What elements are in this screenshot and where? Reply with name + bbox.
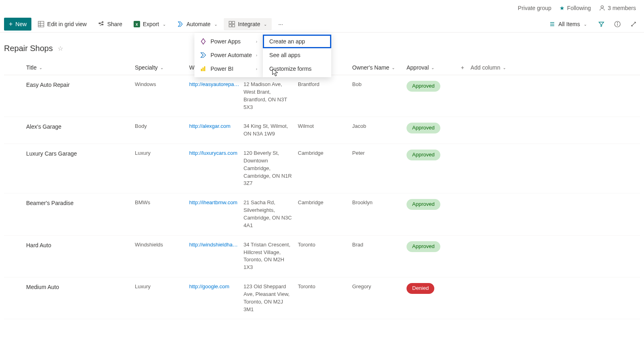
grid-icon (38, 21, 44, 27)
automate-button[interactable]: Automate⌄ (172, 18, 222, 30)
cell-title: Medium Auto (26, 283, 135, 291)
svg-rect-1 (38, 21, 44, 27)
table-row[interactable]: Luxury Cars GarageLuxuryhttp://luxurycar… (4, 144, 640, 193)
power-automate-icon (200, 52, 206, 58)
filter-button[interactable] (595, 18, 608, 31)
edit-grid-button[interactable]: Edit in grid view (33, 18, 91, 30)
table-row[interactable]: Beamer's ParadiseBMWshttp://iheartbmw.co… (4, 193, 640, 235)
chevron-down-icon: ⌄ (431, 66, 434, 70)
cell-title: Easy Auto Repair (26, 81, 135, 89)
cell-title: Luxury Cars Garage (26, 150, 135, 158)
export-button[interactable]: x Export⌄ (129, 18, 171, 30)
private-group-label: Private group (518, 5, 551, 11)
list-title: Repair Shops (4, 44, 53, 53)
website-link[interactable]: http://luxurycars.com (189, 150, 239, 157)
cell-address: 12 Madison Ave, West Brant, Brantford, O… (244, 81, 298, 111)
expand-icon (630, 21, 637, 27)
chevron-down-icon: ⌄ (163, 22, 166, 27)
expand-button[interactable] (627, 18, 640, 31)
menu-item-power-bi[interactable]: Power BI› (194, 62, 263, 76)
cell-website: http://iheartbmw.com (189, 199, 244, 207)
plus-icon: + (461, 64, 464, 71)
cell-address: 34 King St, Wilmot, ON N3A 1W9 (244, 123, 298, 138)
cell-approval: Approved (407, 150, 461, 160)
chevron-down-icon: ⌄ (39, 66, 42, 70)
approval-badge: Approved (407, 241, 440, 252)
view-selector[interactable]: All Items⌄ (544, 18, 592, 30)
col-approval[interactable]: Approval⌄ (407, 64, 461, 71)
share-button[interactable]: Share (93, 18, 127, 30)
cell-title: Alex's Garage (26, 123, 135, 131)
more-button[interactable]: ··· (273, 18, 288, 30)
share-icon (98, 21, 104, 27)
page-header-meta: Private group ★Following 3 members (0, 0, 644, 16)
svg-point-5 (102, 22, 103, 23)
col-title[interactable]: Title⌄ (26, 64, 135, 71)
cell-address: 120 Beverly St, Downtown Cambridge, Camb… (244, 150, 298, 187)
cell-owner: Peter (352, 150, 407, 157)
table-row[interactable]: Alex's GarageBodyhttp://alexgar.com34 Ki… (4, 117, 640, 144)
cell-website: http://google.com (189, 283, 244, 291)
svg-rect-19 (202, 68, 204, 71)
favorite-star-icon[interactable]: ☆ (58, 45, 63, 52)
website-link[interactable]: http://google.com (189, 283, 239, 291)
new-button[interactable]: +New (4, 18, 31, 31)
website-link[interactable]: http://iheartbmw.com (189, 199, 239, 207)
svg-rect-18 (201, 69, 202, 71)
command-bar: +New Edit in grid view Share x Export⌄ A… (0, 16, 644, 33)
excel-icon: x (134, 21, 140, 27)
cell-specialty: Luxury (135, 150, 189, 157)
table-row[interactable]: Hard AutoWindshieldshttp://windshieldhar… (4, 236, 640, 277)
svg-point-6 (99, 23, 100, 24)
submenu-see-all-apps[interactable]: See all apps (263, 48, 331, 62)
cell-address: 123 Old Sheppard Ave, Pleasant View, Tor… (244, 283, 298, 313)
chevron-right-icon: › (256, 39, 257, 44)
integrate-menu: Power Apps› Power Automate› Power BI› (194, 33, 263, 77)
info-button[interactable] (611, 18, 624, 31)
cell-city: Cambridge (298, 199, 352, 207)
menu-item-power-apps[interactable]: Power Apps› (194, 35, 263, 48)
svg-point-17 (617, 23, 617, 23)
website-link[interactable]: http://windshieldharda... (189, 241, 239, 249)
power-bi-icon (200, 66, 206, 72)
cell-city: Wilmot (298, 123, 352, 130)
following-toggle[interactable]: ★Following (559, 5, 591, 11)
cell-title: Beamer's Paradise (26, 199, 135, 207)
list-table: Title⌄ Specialty⌄ Website⌄ Address⌄ City… (0, 60, 644, 319)
automate-icon (177, 21, 184, 27)
cell-address: 21 Sacha Rd, Silverheights, Cambridge, O… (244, 199, 298, 229)
submenu-create-app[interactable]: Create an app (263, 35, 331, 48)
col-owner[interactable]: Owner's Name⌄ (352, 64, 407, 71)
website-link[interactable]: http://alexgar.com (189, 123, 239, 130)
cell-approval: Denied (407, 283, 461, 294)
integrate-dropdown: Power Apps› Power Automate› Power BI› Cr… (194, 33, 331, 77)
members-link[interactable]: 3 members (599, 5, 636, 11)
cell-approval: Approved (407, 81, 461, 92)
cell-address: 34 Tristan Crescent, Hillcrest Village, … (244, 241, 298, 271)
add-column-button[interactable]: + Add column⌄ (461, 64, 533, 71)
star-filled-icon: ★ (559, 5, 565, 11)
cell-city: Cambridge (298, 150, 352, 157)
list-icon (549, 21, 555, 27)
svg-rect-11 (232, 25, 235, 27)
power-apps-icon (200, 38, 206, 45)
website-link[interactable]: http://easyautorepair.c... (189, 81, 239, 88)
cell-city: Toronto (298, 283, 352, 291)
filter-icon (598, 21, 605, 27)
svg-rect-20 (204, 66, 205, 71)
col-specialty[interactable]: Specialty⌄ (135, 64, 189, 71)
integrate-button[interactable]: Integrate⌄ (224, 18, 272, 30)
cell-owner: Bob (352, 81, 407, 88)
menu-item-power-automate[interactable]: Power Automate› (194, 48, 263, 62)
cell-website: http://alexgar.com (189, 123, 244, 130)
info-icon (614, 21, 621, 27)
table-row[interactable]: Easy Auto RepairWindowshttp://easyautore… (4, 75, 640, 117)
cell-approval: Approved (407, 241, 461, 252)
cell-specialty: Windows (135, 81, 189, 88)
table-row[interactable]: Medium AutoLuxuryhttp://google.com123 Ol… (4, 277, 640, 319)
submenu-customize-forms[interactable]: Customize forms (263, 62, 331, 76)
svg-rect-10 (229, 25, 231, 27)
approval-badge: Denied (407, 283, 434, 294)
svg-point-0 (601, 6, 603, 8)
cell-owner: Jacob (352, 123, 407, 130)
